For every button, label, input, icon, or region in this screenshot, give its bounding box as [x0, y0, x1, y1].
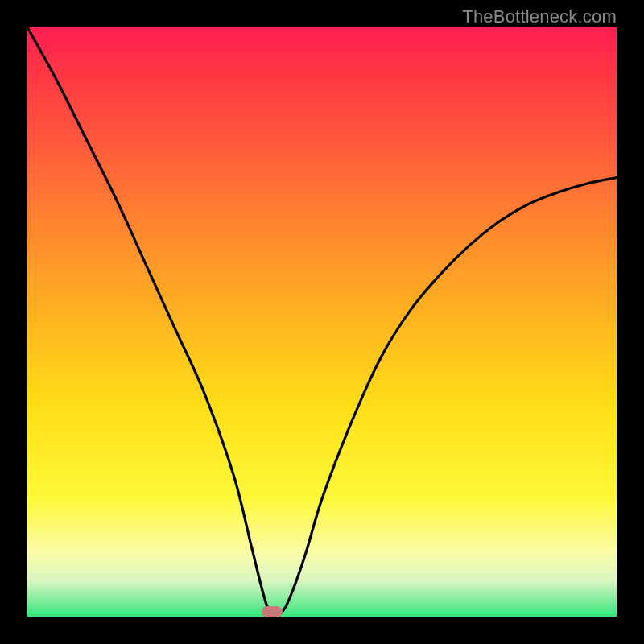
plot-area	[27, 27, 617, 617]
chart-frame: TheBottleneck.com	[0, 0, 644, 644]
optimum-marker	[262, 606, 283, 617]
watermark-label: TheBottleneck.com	[462, 6, 617, 27]
bottleneck-curve	[27, 27, 617, 617]
curve-layer	[27, 27, 617, 617]
